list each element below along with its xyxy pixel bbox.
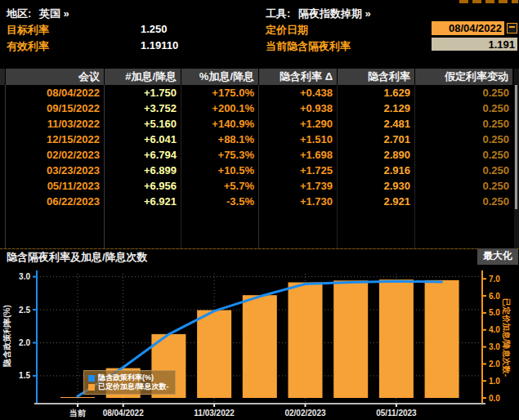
table-cell: 08/04/2022 [6,85,105,101]
row-gutter [0,194,6,209]
region-select[interactable]: 英国 » [39,7,69,21]
maximize-button[interactable]: 最大化 [477,248,518,265]
table-cell: 2.890 [338,147,415,163]
right-tick-label: 6.0 [489,292,500,301]
bar [243,295,277,398]
table-cell: +0.438 [259,85,338,101]
column-header: 隐含利率 [338,69,415,85]
table-cell: +1.739 [259,178,338,194]
right-tick-label: 5.0 [489,308,500,317]
empty-cell [105,209,181,248]
table-cell: +6.899 [105,163,181,178]
table-cell: +5.7% [181,178,259,194]
right-tick-label: 7.0 [489,275,500,284]
table-cell: +6.041 [105,132,181,147]
table-row[interactable]: 05/11/2023+6.956+5.7%+1.7392.9300.250 [0,178,513,194]
bar [197,311,231,398]
effective-rate-label: 有效利率 [7,39,49,54]
table-row[interactable]: 06/22/2023+6.921-3.5%+1.7302.9210.250 [0,194,513,209]
right-tick-label: 3.0 [489,342,500,351]
empty-cell [181,209,259,248]
table-cell: 06/22/2023 [6,194,105,209]
row-gutter [0,178,6,194]
x-tick-label: 当前 [69,409,87,418]
empty-cell [259,209,338,248]
chart-plot[interactable]: 1.52.02.53.00.01.02.03.04.05.06.07.0当前08… [0,265,519,420]
table-row[interactable]: 12/15/2022+6.041+88.1%+1.5102.7010.250 [0,132,513,147]
table-cell: +1.750 [105,85,181,101]
table-header-row: 会议#加息/降息%加息/降息隐含利率 Δ隐含利率假定利率变动 [0,69,513,85]
empty-cell [0,209,6,248]
table-cell: +6.921 [105,194,181,209]
tool-select[interactable]: 隔夜指数掉期 » [298,7,371,21]
right-tick-label: 1.0 [489,377,500,386]
region-label: 地区: [7,7,31,21]
table-cell: +6.794 [105,147,181,163]
bar [333,280,368,398]
column-header: #加息/降息 [105,69,181,85]
row-gutter [0,132,6,147]
table-cell: 2.129 [338,101,415,116]
pricing-date-label: 定价日期 [266,23,308,38]
tool-label: 工具: [266,7,290,21]
table-cell: 2.921 [338,194,415,209]
table-cell: 0.250 [415,85,513,101]
table-cell: 12/15/2022 [6,132,105,147]
x-tick-label: 02/02/2023 [284,409,325,418]
left-tick-label: 2.5 [19,306,30,315]
table-row[interactable]: 09/15/2022+3.752+200.1%+0.9382.1290.250 [0,101,513,116]
table-cell: +1.510 [259,132,338,147]
left-axis-title: 隐含政策利率(%) [2,288,13,384]
section-divider [0,248,519,249]
table-cell: +75.3% [181,147,259,163]
bar [379,279,414,398]
chart-legend: 隐含政策利率(%)已定价加息/降息次数- [83,370,176,395]
table-cell: 1.629 [338,85,415,101]
table-cell: +1.290 [259,116,338,132]
chart-title: 隐含隔夜利率及加息/降息次数 [7,250,148,265]
column-header: 隐含利率 Δ [259,69,338,85]
left-tick-label: 1.5 [19,371,30,380]
row-gutter [0,147,6,163]
table-cell: 03/23/2023 [6,163,105,178]
right-tick-label: 4.0 [489,325,500,334]
table-cell: +88.1% [181,132,259,147]
right-tick-label: 0.0 [489,394,500,403]
table-row[interactable]: 11/03/2022+5.160+140.9%+1.2902.4810.250 [0,116,513,132]
table-cell: 0.250 [415,178,513,194]
table-cell: 2.916 [338,163,415,178]
x-tick-label: 08/04/2022 [103,409,144,418]
table-cell: +10.5% [181,163,259,178]
table-empty-area [0,209,513,249]
table-header-gutter [0,69,6,85]
implied-overnight-value-field[interactable]: 1.191 [432,38,517,51]
x-tick-label: 05/11/2023 [376,409,417,418]
right-tick-label: 2.0 [489,360,500,369]
table-cell: 0.250 [415,147,513,163]
table-row[interactable]: 02/02/2023+6.794+75.3%+1.6982.8900.250 [0,147,513,163]
bar [289,283,323,398]
left-tick-label: 3.0 [19,272,30,281]
table-cell: +1.698 [259,147,338,163]
table-row[interactable]: 03/23/2023+6.899+10.5%+1.7252.9160.250 [0,163,513,178]
table-cell: 0.250 [415,194,513,209]
table-cell: 05/11/2023 [6,178,105,194]
table-row[interactable]: 08/04/2022+1.750+175.0%+0.4381.6290.250 [0,85,513,101]
table-scrollbar-thumb[interactable] [515,85,517,209]
table-cell: +0.938 [259,101,338,116]
table-cell: +175.0% [181,85,259,101]
table-cell: 09/15/2022 [6,101,105,116]
table-cell: +1.725 [259,163,338,178]
legend-swatch-icon [88,375,95,382]
table-cell: +3.752 [105,101,181,116]
calendar-icon[interactable] [507,23,517,34]
table-cell: 0.250 [415,163,513,178]
target-rate-value: 1.250 [141,23,168,35]
target-rate-label: 目标利率 [7,23,49,38]
empty-cell [338,209,415,248]
legend-item: 已定价加息/降息次数- [88,382,169,391]
pricing-date-input[interactable]: 08/04/2022 [432,21,504,35]
row-gutter [0,101,6,116]
table-cell: 0.250 [415,132,513,147]
clipped-text-fragment [459,0,518,3]
